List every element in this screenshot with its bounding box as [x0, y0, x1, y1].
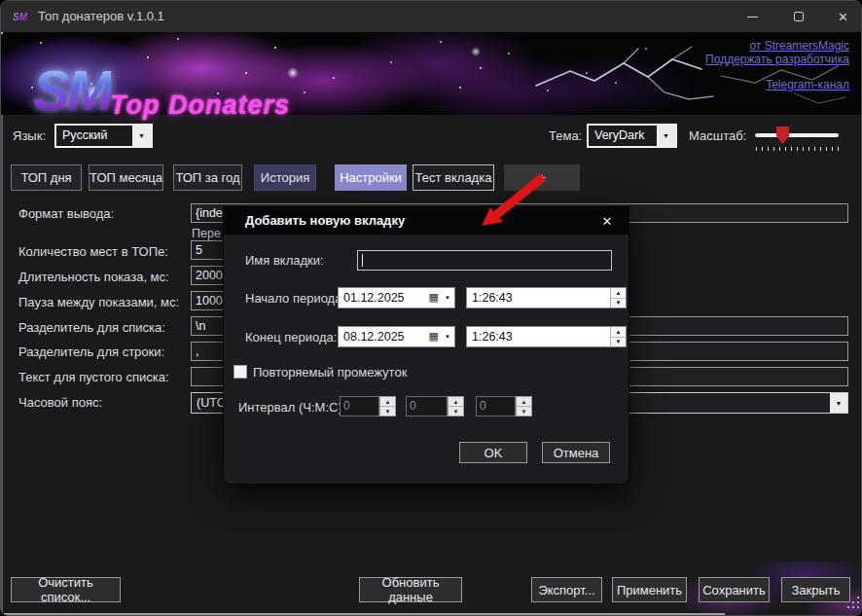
- period-end-label: Конец периода:: [245, 330, 337, 344]
- export-button[interactable]: Экспорт...: [531, 577, 602, 602]
- tab-top-year[interactable]: ТОП за год: [173, 164, 242, 191]
- interval-seconds-spinner[interactable]: ▲▼: [516, 396, 532, 417]
- language-value: Русский: [62, 128, 107, 142]
- dialog-title: Добавить новую вкладку: [245, 213, 405, 228]
- tab-top-month[interactable]: ТОП месяца: [89, 164, 163, 191]
- maximize-icon: [794, 12, 804, 21]
- interval-seconds-input[interactable]: 0: [476, 396, 516, 417]
- close-window-button[interactable]: Закрыть: [781, 577, 850, 602]
- dialog-close-button[interactable]: ✕: [597, 212, 617, 230]
- calendar-icon: ▦: [429, 291, 439, 304]
- period-end-time-value: 1:26:43: [472, 330, 513, 344]
- window-frame-edge: [1, 115, 3, 615]
- text-cursor: [362, 254, 363, 267]
- stars-decor: [1, 32, 3, 34]
- period-start-time-value: 1:26:43: [472, 291, 513, 305]
- link-support-developer[interactable]: Поддержать разработчика: [705, 53, 849, 66]
- maximize-button[interactable]: [776, 1, 821, 32]
- close-button[interactable]: ✕: [823, 1, 862, 32]
- scale-slider[interactable]: [753, 124, 841, 155]
- spin-down-icon[interactable]: ▼: [517, 406, 531, 416]
- theme-value: VeryDark: [594, 128, 644, 142]
- chevron-down-icon: ▼: [132, 126, 151, 146]
- window-title: Топ донатеров v.1.0.1: [38, 9, 164, 23]
- tab-test[interactable]: Тест вкладка: [413, 164, 494, 191]
- repeat-checkbox[interactable]: [233, 365, 247, 379]
- slider-track[interactable]: [755, 133, 839, 137]
- chevron-down-icon: ▼: [445, 295, 450, 301]
- repeat-checkbox-label: Повторяемый промежуток: [253, 365, 407, 380]
- spin-up-icon[interactable]: ▲: [611, 327, 626, 337]
- format-label: Формат вывода:: [18, 206, 114, 221]
- tab-history[interactable]: История: [254, 164, 316, 191]
- add-tab-dialog: Добавить новую вкладку ✕ Имя вкладки: На…: [223, 206, 629, 485]
- list-separator-label: Разделитель для списка:: [18, 320, 165, 335]
- period-start-label: Начало периода:: [245, 291, 345, 306]
- duration-label: Длительность показа, мс:: [18, 270, 169, 284]
- cancel-button[interactable]: Отмена: [542, 442, 610, 463]
- timezone-label: Часовой пояс:: [18, 395, 102, 410]
- app-logo-icon: SM: [13, 8, 30, 25]
- link-streamersmagic[interactable]: от StreamersMagic: [749, 39, 849, 53]
- spin-down-icon[interactable]: ▼: [449, 406, 463, 416]
- close-icon: ✕: [838, 10, 848, 24]
- chevron-down-icon: ▼: [445, 334, 450, 340]
- save-button[interactable]: Сохранить: [699, 577, 770, 602]
- scale-label: Масштаб:: [689, 128, 746, 143]
- tab-name-input[interactable]: [357, 250, 612, 271]
- spin-up-icon[interactable]: ▲: [449, 397, 463, 406]
- period-end-date-value: 08.12.2025: [343, 330, 405, 344]
- tab-top-day[interactable]: ТОП дня: [11, 164, 82, 191]
- minimize-icon: [747, 17, 758, 18]
- dialog-titlebar: Добавить новую вкладку ✕: [224, 207, 629, 235]
- period-start-time-input[interactable]: 1:26:43 ▲▼: [466, 287, 627, 308]
- time-spinner[interactable]: ▲▼: [610, 327, 626, 346]
- chevron-down-icon: ▼: [830, 393, 847, 413]
- clear-list-button[interactable]: Очистить список...: [11, 577, 121, 602]
- link-telegram-channel[interactable]: Telegram-канал: [766, 78, 849, 91]
- tab-add-new[interactable]: +: [504, 164, 580, 191]
- interval-hours-spinner[interactable]: ▲▼: [379, 396, 396, 417]
- calendar-icon: ▦: [429, 330, 439, 343]
- slider-ticks: [756, 147, 839, 151]
- interval-hours-input[interactable]: 0: [340, 396, 379, 417]
- slider-thumb[interactable]: [776, 127, 789, 144]
- refresh-data-button[interactable]: Обновить данные: [359, 577, 462, 602]
- pause-label: Пауза между показами, мс:: [18, 295, 179, 309]
- period-start-date-picker[interactable]: 01.12.2025 ▦ ▼: [338, 287, 455, 308]
- spin-down-icon[interactable]: ▼: [380, 406, 395, 416]
- app-window: SM Топ донатеров v.1.0.1 ✕ SM Top Donate…: [0, 0, 862, 616]
- spin-up-icon[interactable]: ▲: [380, 397, 395, 406]
- theme-label: Тема:: [549, 128, 582, 143]
- line-separator-label: Разделитель для строки:: [18, 344, 164, 359]
- places-label: Количество мест в ТОПе:: [18, 244, 168, 259]
- logo-sm: SM: [33, 63, 111, 119]
- variables-hint: Пере: [192, 227, 221, 240]
- logo-text: Top Donaters: [110, 91, 290, 121]
- spin-up-icon[interactable]: ▲: [611, 288, 626, 298]
- resize-grip[interactable]: [845, 597, 861, 614]
- period-start-date-value: 01.12.2025: [343, 291, 405, 305]
- apply-button[interactable]: Применить: [612, 577, 687, 602]
- interval-label: Интервал (Ч:М:С):: [238, 400, 345, 415]
- time-spinner[interactable]: ▲▼: [610, 288, 626, 308]
- spin-down-icon[interactable]: ▼: [611, 298, 626, 308]
- period-end-time-input[interactable]: 1:26:43 ▲▼: [466, 326, 627, 347]
- chevron-down-icon: ▼: [657, 126, 675, 146]
- spin-up-icon[interactable]: ▲: [517, 397, 531, 406]
- empty-text-label: Текст для пустого списка:: [18, 370, 169, 384]
- interval-minutes-spinner[interactable]: ▲▼: [448, 396, 464, 417]
- language-select[interactable]: Русский ▼: [54, 124, 153, 148]
- tab-name-label: Имя вкладки:: [245, 253, 324, 268]
- interval-minutes-input[interactable]: 0: [406, 396, 448, 417]
- period-end-date-picker[interactable]: 08.12.2025 ▦ ▼: [338, 326, 455, 347]
- tab-settings[interactable]: Настройки: [335, 164, 407, 191]
- theme-select[interactable]: VeryDark ▼: [587, 124, 677, 148]
- close-icon: ✕: [602, 214, 613, 229]
- minimize-button[interactable]: [730, 1, 774, 32]
- titlebar: SM Топ донатеров v.1.0.1 ✕: [1, 1, 861, 32]
- banner: SM Top Donaters от StreamersMagic Поддер…: [1, 32, 862, 115]
- spin-down-icon[interactable]: ▼: [611, 337, 626, 347]
- language-label: Язык:: [13, 128, 46, 143]
- ok-button[interactable]: OK: [459, 442, 527, 463]
